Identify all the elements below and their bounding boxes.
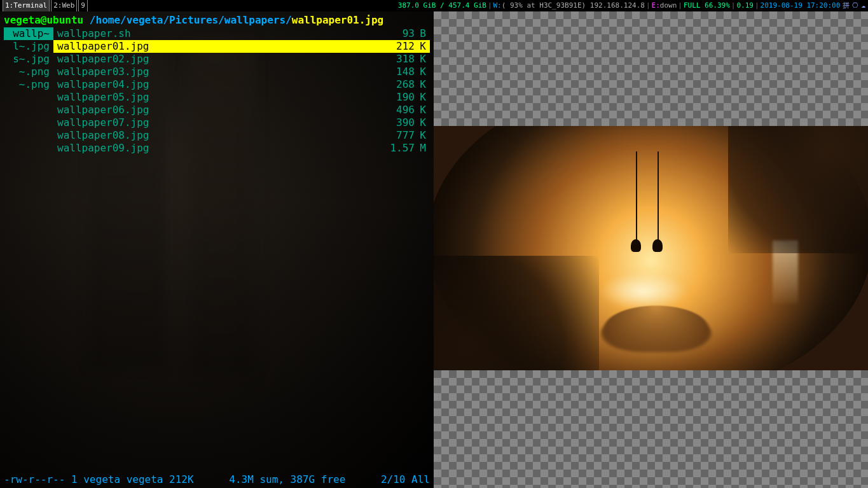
current-path: /home/vegeta/Pictures/wallpapers/ xyxy=(83,14,292,26)
file-size: 318 xyxy=(383,53,415,66)
wifi-label: W: xyxy=(493,0,502,11)
file-size-unit: K xyxy=(415,129,430,142)
parent-dir-item[interactable]: l~.jpg xyxy=(4,40,53,53)
workspace-tab[interactable]: 2:Web xyxy=(51,0,77,12)
status-line: -rw-r--r-- 1 vegeta vegeta 212K 4.3M sum… xyxy=(0,472,434,488)
file-size: 212 xyxy=(383,40,415,53)
file-size-unit: K xyxy=(415,78,430,91)
separator: | xyxy=(731,0,736,11)
file-size: 496 xyxy=(383,104,415,116)
current-file: wallpaper01.jpg xyxy=(292,14,384,26)
file-size-unit: K xyxy=(415,116,430,129)
datetime: 2019-08-19 17:20:00 xyxy=(761,0,841,11)
dir-summary: 4.3M sum, 387G free xyxy=(194,473,381,485)
main-area: vegeta@ubuntu /home/vegeta/Pictures/wall… xyxy=(0,11,868,488)
file-row[interactable]: wallpaper07.jpg390K xyxy=(53,116,430,129)
parent-dir-item[interactable]: s~.jpg xyxy=(4,53,53,66)
parent-dir-item[interactable]: ~.png xyxy=(4,78,53,91)
user-host: vegeta@ubuntu xyxy=(4,14,83,26)
workspace-tab[interactable]: 9 xyxy=(78,0,88,12)
file-name: wallpaper07.jpg xyxy=(53,116,149,129)
file-manager-pane[interactable]: vegeta@ubuntu /home/vegeta/Pictures/wall… xyxy=(0,11,434,488)
file-row[interactable]: wallpaper03.jpg148K xyxy=(53,66,430,78)
file-name: wallpaper.sh xyxy=(53,27,131,40)
separator: | xyxy=(646,0,651,11)
load-avg: 0.19 xyxy=(736,0,754,11)
parent-column[interactable]: wallp~l~.jpgs~.jpg~.png~.png xyxy=(4,27,53,155)
file-name: wallpaper04.jpg xyxy=(53,78,149,91)
file-size-unit: M xyxy=(415,142,430,155)
file-name: wallpaper09.jpg xyxy=(53,142,149,155)
wifi-status: ( 93% at H3C_93B91E) 192.168.124.8 xyxy=(502,0,645,11)
file-size-unit: K xyxy=(415,66,430,78)
file-row[interactable]: wallpaper09.jpg1.57M xyxy=(53,142,430,155)
file-list[interactable]: wallpaper.sh93Bwallpaper01.jpg212Kwallpa… xyxy=(53,27,430,155)
sync-tray-icon[interactable]: ☁ xyxy=(861,0,865,11)
eth-label: E: xyxy=(652,0,660,11)
parent-dir-item[interactable]: wallp~ xyxy=(4,27,53,40)
file-name: wallpaper06.jpg xyxy=(53,104,149,116)
path-header: vegeta@ubuntu /home/vegeta/Pictures/wall… xyxy=(0,11,434,27)
file-size: 268 xyxy=(383,78,415,91)
file-size: 93 xyxy=(383,27,415,40)
separator: | xyxy=(488,0,492,11)
file-name: wallpaper01.jpg xyxy=(53,40,149,53)
file-row[interactable]: wallpaper05.jpg190K xyxy=(53,91,430,104)
file-name: wallpaper05.jpg xyxy=(53,91,149,104)
separator: | xyxy=(678,0,682,11)
file-name: wallpaper02.jpg xyxy=(53,53,149,66)
list-position: 2/10 All xyxy=(381,473,430,485)
file-size-unit: K xyxy=(415,40,430,53)
file-size: 390 xyxy=(383,116,415,129)
file-name: wallpaper08.jpg xyxy=(53,129,149,142)
workspace-tab[interactable]: 1:Terminal xyxy=(3,0,50,12)
file-size: 1.57 xyxy=(383,142,415,155)
disk-usage: 387.0 GiB / 457.4 GiB xyxy=(398,0,486,11)
file-row[interactable]: wallpaper08.jpg777K xyxy=(53,129,430,142)
file-size: 190 xyxy=(383,91,415,104)
file-size-unit: K xyxy=(415,91,430,104)
image-preview xyxy=(434,126,868,370)
file-size-unit: B xyxy=(415,27,430,40)
file-browser: wallp~l~.jpgs~.jpg~.png~.png wallpaper.s… xyxy=(0,27,434,155)
file-row[interactable]: wallpaper02.jpg318K xyxy=(53,53,430,66)
file-row[interactable]: wallpaper.sh93B xyxy=(53,27,430,40)
file-name: wallpaper03.jpg xyxy=(53,66,149,78)
file-size: 777 xyxy=(383,129,415,142)
file-size-unit: K xyxy=(415,104,430,116)
parent-dir-item[interactable]: ~.png xyxy=(4,66,53,78)
status-bar: 1:Terminal2:Web9 387.0 GiB / 457.4 GiB |… xyxy=(0,0,868,11)
file-size: 148 xyxy=(383,66,415,78)
battery-status: FULL 66.39% xyxy=(684,0,730,11)
file-size-unit: K xyxy=(415,53,430,66)
file-row[interactable]: wallpaper04.jpg268K xyxy=(53,78,430,91)
separator: | xyxy=(755,0,759,11)
file-permissions: -rw-r--r-- 1 vegeta vegeta 212K xyxy=(4,473,194,485)
workspace-tabs: 1:Terminal2:Web9 xyxy=(0,0,88,12)
status-right: 387.0 GiB / 457.4 GiB | W: ( 93% at H3C_… xyxy=(398,0,868,11)
file-row[interactable]: wallpaper01.jpg212K xyxy=(53,40,430,53)
keyboard-tray-icon[interactable]: ⎔ xyxy=(852,0,858,11)
file-row[interactable]: wallpaper06.jpg496K xyxy=(53,104,430,116)
ime-tray-icon[interactable]: 拼 xyxy=(843,0,850,11)
eth-status: down xyxy=(660,0,677,11)
preview-pane xyxy=(434,11,868,488)
